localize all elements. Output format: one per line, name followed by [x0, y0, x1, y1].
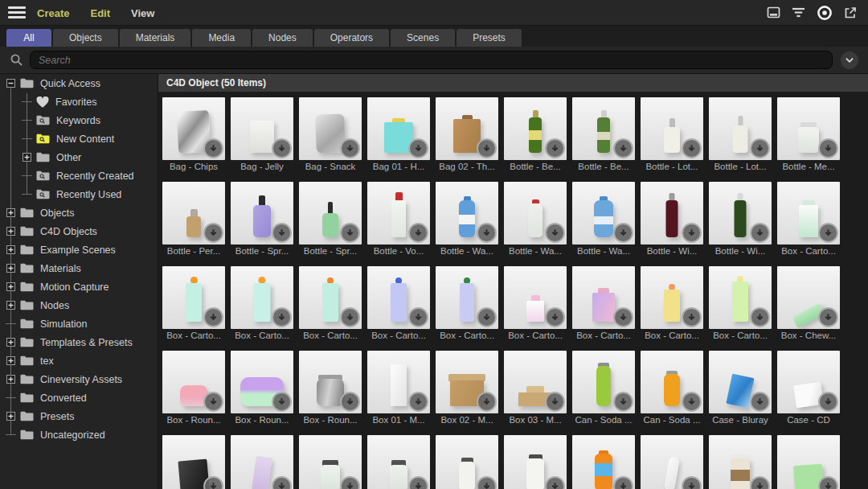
download-icon[interactable]	[340, 307, 360, 327]
asset-card-bag-01-h[interactable]: Bag 01 - H...	[367, 97, 430, 174]
download-icon[interactable]	[203, 307, 223, 327]
asset-card-bottle-lot[interactable]: Bottle - Lot...	[641, 97, 703, 174]
asset-card[interactable]	[777, 435, 840, 489]
download-icon[interactable]	[613, 392, 633, 412]
sidebar-item-nodes[interactable]: Nodes	[0, 296, 158, 314]
asset-card-box-carto[interactable]: Box - Carto...	[231, 266, 293, 343]
tab-media[interactable]: Media	[192, 29, 251, 47]
download-icon[interactable]	[818, 223, 838, 243]
download-icon[interactable]	[750, 392, 770, 412]
asset-card-box-roun[interactable]: Box - Roun...	[299, 351, 362, 427]
asset-card-can-soda[interactable]: Can - Soda ...	[641, 351, 703, 427]
expand-plus-icon[interactable]	[6, 208, 16, 217]
tab-nodes[interactable]: Nodes	[252, 29, 313, 47]
collapse-minus-icon[interactable]	[6, 79, 16, 88]
asset-card[interactable]	[572, 435, 635, 489]
download-icon[interactable]	[477, 138, 497, 158]
download-icon[interactable]	[750, 138, 770, 158]
asset-card-case-cd[interactable]: Case - CD	[777, 351, 840, 427]
sidebar-item-keywords[interactable]: Keywords	[0, 111, 158, 129]
download-icon[interactable]	[545, 307, 565, 327]
sidebar-item-new-content[interactable]: New Content	[0, 129, 158, 148]
filter-icon[interactable]	[792, 7, 805, 18]
download-icon[interactable]	[408, 307, 428, 327]
sidebar-item-quick-access[interactable]: Quick Access	[0, 74, 158, 92]
menu-view[interactable]: View	[131, 7, 154, 19]
search-options-button[interactable]	[841, 51, 858, 69]
sidebar-item-objects[interactable]: Objects	[0, 203, 158, 222]
sidebar-item-motion-capture[interactable]: Motion Capture	[0, 277, 158, 296]
download-icon[interactable]	[545, 223, 565, 243]
asset-card-bottle-per[interactable]: Bottle - Per...	[162, 182, 225, 258]
download-icon[interactable]	[272, 138, 292, 158]
download-icon[interactable]	[272, 223, 292, 243]
download-icon[interactable]	[203, 138, 223, 158]
download-icon[interactable]	[340, 223, 360, 243]
asset-card-bottle-lot[interactable]: Bottle - Lot...	[709, 97, 772, 174]
asset-card-box-carto[interactable]: Box - Carto...	[299, 266, 362, 343]
menu-edit[interactable]: Edit	[90, 7, 110, 19]
asset-card-bottle-wi[interactable]: Bottle - Wi...	[641, 182, 703, 258]
sidebar-item-recently-used[interactable]: Recently Used	[0, 185, 158, 203]
asset-card-bag-02-th[interactable]: Bag 02 - Th...	[436, 97, 498, 174]
expand-plus-icon[interactable]	[6, 412, 16, 421]
download-icon[interactable]	[203, 223, 223, 243]
download-icon[interactable]	[408, 223, 428, 243]
tab-scenes[interactable]: Scenes	[391, 29, 455, 47]
download-icon[interactable]	[340, 392, 360, 412]
sidebar-item-c4d-objects[interactable]: C4D Objects	[0, 222, 158, 240]
expand-plus-icon[interactable]	[6, 356, 16, 365]
download-icon[interactable]	[477, 307, 497, 327]
download-icon[interactable]	[477, 392, 497, 412]
download-icon[interactable]	[408, 138, 428, 158]
sidebar-item-presets[interactable]: Presets	[0, 407, 158, 425]
asset-card-box-carto[interactable]: Box - Carto...	[572, 266, 635, 343]
download-icon[interactable]	[682, 476, 702, 489]
asset-card[interactable]	[709, 435, 772, 489]
asset-card-box-carto[interactable]: Box - Carto...	[367, 266, 430, 343]
asset-card-box-01-m[interactable]: Box 01 - M...	[367, 351, 430, 427]
asset-card-box-carto[interactable]: Box - Carto...	[777, 182, 840, 258]
download-icon[interactable]	[272, 392, 292, 412]
download-icon[interactable]	[340, 138, 360, 158]
expand-plus-icon[interactable]	[22, 153, 32, 162]
asset-card-box-roun[interactable]: Box - Roun...	[231, 351, 293, 427]
record-target-icon[interactable]	[817, 5, 833, 21]
download-icon[interactable]	[408, 476, 428, 489]
asset-card-bag-jelly[interactable]: Bag - Jelly	[231, 97, 293, 174]
asset-card-box-carto[interactable]: Box - Carto...	[436, 266, 498, 343]
expand-plus-icon[interactable]	[6, 282, 16, 291]
download-icon[interactable]	[272, 476, 292, 489]
download-icon[interactable]	[477, 223, 497, 243]
asset-card-bottle-be[interactable]: Bottle - Be...	[572, 97, 635, 174]
expand-plus-icon[interactable]	[6, 245, 16, 254]
asset-card-bottle-spr[interactable]: Bottle - Spr...	[299, 182, 362, 258]
asset-card-bottle-wa[interactable]: Bottle - Wa...	[436, 182, 498, 258]
asset-card-box-chew[interactable]: Box - Chew...	[777, 266, 840, 343]
asset-card-bottle-be[interactable]: Bottle - Be...	[504, 97, 567, 174]
asset-card-box-carto[interactable]: Box - Carto...	[641, 266, 703, 343]
download-icon[interactable]	[408, 392, 428, 412]
download-icon[interactable]	[682, 223, 702, 243]
sidebar-item-simulation[interactable]: Simulation	[0, 314, 158, 333]
sidebar-item-converted[interactable]: Converted	[0, 388, 158, 407]
sidebar-item-tex[interactable]: tex	[0, 351, 158, 370]
asset-card-case-bluray[interactable]: Case - Bluray	[709, 351, 772, 427]
asset-card-box-03-m[interactable]: Box 03 - M...	[504, 351, 567, 427]
sidebar-item-recently-created[interactable]: Recently Created	[0, 166, 158, 185]
tab-operators[interactable]: Operators	[314, 29, 389, 47]
tab-objects[interactable]: Objects	[53, 29, 118, 47]
asset-card-bottle-wa[interactable]: Bottle - Wa...	[504, 182, 567, 258]
hamburger-menu-icon[interactable]	[8, 6, 26, 18]
expand-plus-icon[interactable]	[6, 227, 16, 236]
asset-card[interactable]	[231, 435, 293, 489]
download-icon[interactable]	[818, 307, 838, 327]
asset-card-can-soda[interactable]: Can - Soda ...	[572, 351, 635, 427]
asset-card-box-carto[interactable]: Box - Carto...	[504, 266, 567, 343]
asset-card-bottle-wa[interactable]: Bottle - Wa...	[572, 182, 635, 258]
sidebar-item-templates-presets[interactable]: Templates & Presets	[0, 333, 158, 351]
asset-card[interactable]	[162, 435, 225, 489]
asset-card[interactable]	[641, 435, 703, 489]
download-icon[interactable]	[613, 476, 633, 489]
download-icon[interactable]	[272, 307, 292, 327]
